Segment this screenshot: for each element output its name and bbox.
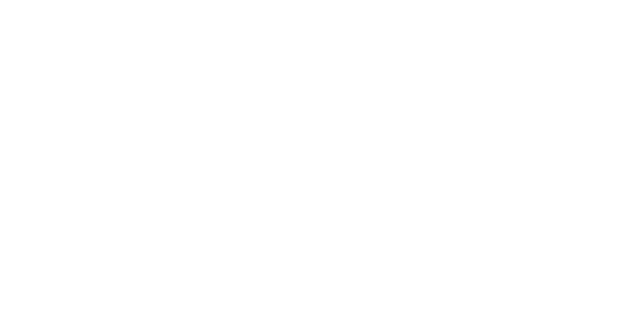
- minimax-tree-diagram: [0, 0, 644, 327]
